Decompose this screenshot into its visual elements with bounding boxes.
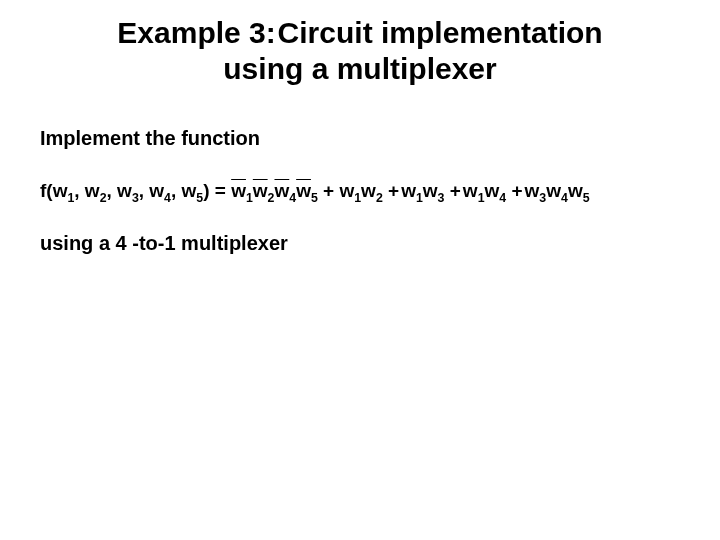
t5-s4: 4 bbox=[561, 191, 568, 205]
comma-w-2: , w bbox=[74, 180, 99, 201]
t1-w5bar: w bbox=[296, 180, 311, 201]
t4-w4: w bbox=[485, 180, 500, 201]
t2-w2: w bbox=[361, 180, 376, 201]
slide: Example 3: Circuit implementation using … bbox=[0, 0, 720, 540]
prompt-line: Implement the function bbox=[40, 127, 680, 150]
sub-4: 4 bbox=[164, 191, 171, 205]
comma-w-4: , w bbox=[139, 180, 164, 201]
t4-s4: 4 bbox=[499, 191, 506, 205]
t5-w4: w bbox=[546, 180, 561, 201]
t5-s5: 5 bbox=[583, 191, 590, 205]
comma-w-5: , w bbox=[171, 180, 196, 201]
t5-w3: w bbox=[525, 180, 540, 201]
t5-w5: w bbox=[568, 180, 583, 201]
t4-w1: w bbox=[463, 180, 478, 201]
t1-w4bar: w bbox=[274, 180, 289, 201]
closing-line: using a 4 -to-1 multiplexer bbox=[40, 232, 680, 255]
comma-w-3: , w bbox=[107, 180, 132, 201]
title-line-2: using a multiplexer bbox=[223, 52, 496, 85]
t3-w1: w bbox=[401, 180, 416, 201]
plus-2: + bbox=[388, 180, 399, 201]
slide-title: Example 3: Circuit implementation using … bbox=[40, 15, 680, 87]
t4-s1: 1 bbox=[478, 191, 485, 205]
rparen-eq: ) = bbox=[203, 180, 231, 201]
plus-3: + bbox=[450, 180, 461, 201]
plus-4: + bbox=[511, 180, 522, 201]
lhs-f: f(w bbox=[40, 180, 67, 201]
t1-s5: 5 bbox=[311, 191, 318, 205]
t3-w3: w bbox=[423, 180, 438, 201]
t1-w2bar-w: w bbox=[253, 180, 268, 201]
t3-s3: 3 bbox=[438, 191, 445, 205]
t1-s1: 1 bbox=[246, 191, 253, 205]
t2-w1: w bbox=[339, 180, 354, 201]
t1-w1bar-w: w bbox=[231, 180, 246, 201]
t1-w5bar-w: w bbox=[296, 180, 311, 201]
sub-2: 2 bbox=[100, 191, 107, 205]
sub-3: 3 bbox=[132, 191, 139, 205]
title-line-1: Example 3: Circuit implementation bbox=[117, 16, 602, 49]
plus-1: + bbox=[323, 180, 339, 201]
t1-w1bar: w bbox=[231, 180, 246, 201]
t2-s2: 2 bbox=[376, 191, 383, 205]
t3-s1: 1 bbox=[416, 191, 423, 205]
t1-w4bar-w: w bbox=[274, 180, 289, 201]
t1-w2bar: w bbox=[253, 180, 268, 201]
equation: f(w1, w2, w3, w4, w5) = w1w2w4w5 + w1w2 … bbox=[40, 180, 680, 202]
